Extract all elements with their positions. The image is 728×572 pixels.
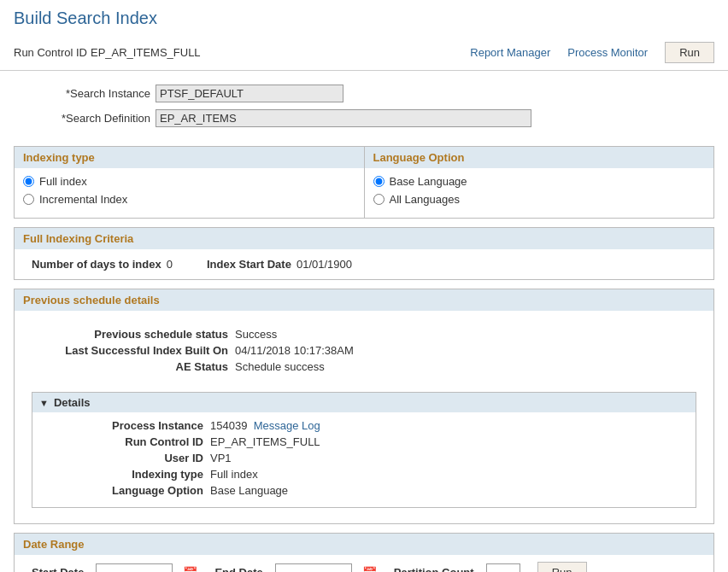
details-language-option-value: Base Language <box>210 484 288 497</box>
partition-count-input[interactable] <box>486 563 520 572</box>
start-date-calendar-icon[interactable]: 📅 <box>183 566 197 573</box>
run-control-value: EP_AR_ITEMS_FULL <box>91 46 201 59</box>
incremental-index-radio[interactable] <box>23 194 34 205</box>
date-range-header: Date Range <box>15 534 713 555</box>
prev-schedule-panel: Previous schedule details Previous sched… <box>14 289 714 524</box>
search-instance-input[interactable] <box>156 85 343 102</box>
process-instance-value: 154039 <box>210 419 247 432</box>
date-range-panel: Date Range Start Date 📅 End Date 📅 Parti… <box>14 533 714 572</box>
run-button[interactable]: Run <box>665 42 714 63</box>
days-to-index-value: 0 <box>167 258 173 271</box>
process-instance-row: Process Instance 154039 Message Log <box>50 419 678 432</box>
details-panel: ▼ Details Process Instance 154039 Messag… <box>32 392 696 508</box>
details-run-control-row: Run Control ID EP_AR_ITEMS_FULL <box>50 435 678 448</box>
all-languages-label: All Languages <box>390 193 460 206</box>
ae-status-value: Schedule success <box>235 360 325 373</box>
index-start-date-value: 01/01/1900 <box>296 258 352 271</box>
report-manager-link[interactable]: Report Manager <box>470 46 550 59</box>
indexing-criteria-row: Number of days to index 0 Index Start Da… <box>15 249 713 279</box>
prev-schedule-status-row: Previous schedule status Success <box>40 328 688 341</box>
details-header-label: Details <box>54 396 91 409</box>
end-date-label: End Date <box>214 566 262 572</box>
base-language-label: Base Language <box>390 175 467 188</box>
base-language-row: Base Language <box>373 175 706 188</box>
user-id-value: VP1 <box>210 452 232 464</box>
details-body: Process Instance 154039 Message Log Run … <box>32 412 696 507</box>
all-languages-row: All Languages <box>373 193 706 206</box>
process-instance-label: Process Instance <box>50 419 203 432</box>
date-range-body: Start Date 📅 End Date 📅 Partition Count … <box>15 555 713 572</box>
run-control-label: Run Control ID <box>14 46 87 59</box>
last-built-label: Last Successful Index Built On <box>40 344 228 357</box>
language-option-panel: Language Option Base Language All Langua… <box>365 146 715 219</box>
form-section: *Search Instance *Search Definition <box>0 81 728 137</box>
incremental-index-label: Incremental Index <box>39 193 127 206</box>
end-date-input[interactable] <box>275 563 352 572</box>
full-indexing-criteria-panel: Full Indexing Criteria Number of days to… <box>14 227 714 280</box>
prev-schedule-body: Previous schedule status Success Last Su… <box>15 311 713 523</box>
end-date-calendar-icon[interactable]: 📅 <box>362 566 377 573</box>
date-range-run-button[interactable]: Run <box>537 562 587 572</box>
partition-count-label: Partition Count <box>394 566 474 572</box>
details-indexing-type-value: Full index <box>210 468 258 481</box>
message-log-link[interactable]: Message Log <box>254 419 320 432</box>
top-bar: Run Control ID EP_AR_ITEMS_FULL Report M… <box>0 35 728 71</box>
search-definition-input[interactable] <box>156 109 531 127</box>
language-option-radio-group: Base Language All Languages <box>365 168 714 218</box>
language-option-header: Language Option <box>365 147 714 168</box>
process-monitor-link[interactable]: Process Monitor <box>567 46 648 59</box>
details-indexing-type-label: Indexing type <box>50 468 203 481</box>
last-built-value: 04/11/2018 10:17:38AM <box>235 344 354 357</box>
index-start-date-label: Index Start Date <box>207 258 291 271</box>
search-instance-label: *Search Instance <box>14 87 150 100</box>
collapse-arrow-icon: ▼ <box>39 398 49 408</box>
start-date-input[interactable] <box>96 563 173 572</box>
details-run-control-value: EP_AR_ITEMS_FULL <box>210 435 320 448</box>
prev-schedule-header: Previous schedule details <box>15 289 713 311</box>
details-language-option-row: Language Option Base Language <box>50 484 678 497</box>
full-index-row: Full index <box>23 175 355 188</box>
incremental-index-row: Incremental Index <box>23 193 355 206</box>
days-to-index-field: Number of days to index 0 <box>32 258 173 271</box>
ae-status-row: AE Status Schedule success <box>40 360 688 373</box>
indexing-type-header: Indexing type <box>15 147 364 168</box>
last-built-row: Last Successful Index Built On 04/11/201… <box>40 344 688 357</box>
details-indexing-type-row: Indexing type Full index <box>50 468 678 481</box>
full-index-label: Full index <box>39 175 87 188</box>
details-language-option-label: Language Option <box>50 484 203 497</box>
indexing-type-panel: Indexing type Full index Incremental Ind… <box>14 146 365 219</box>
full-index-radio[interactable] <box>23 176 34 187</box>
two-col-panels: Indexing type Full index Incremental Ind… <box>14 146 714 219</box>
details-run-control-label: Run Control ID <box>50 435 203 448</box>
prev-schedule-status-value: Success <box>235 328 277 341</box>
details-header[interactable]: ▼ Details <box>32 393 696 412</box>
status-grid: Previous schedule status Success Last Su… <box>23 319 705 385</box>
search-instance-row: *Search Instance <box>14 85 714 102</box>
days-to-index-label: Number of days to index <box>32 258 161 271</box>
user-id-row: User ID VP1 <box>50 452 678 464</box>
ae-status-label: AE Status <box>40 360 228 373</box>
page-title: Build Search Index <box>0 0 728 35</box>
indexing-type-radio-group: Full index Incremental Index <box>15 168 364 218</box>
start-date-label: Start Date <box>32 566 84 572</box>
base-language-radio[interactable] <box>373 176 385 187</box>
search-definition-row: *Search Definition <box>14 109 714 127</box>
full-indexing-criteria-header: Full Indexing Criteria <box>15 228 713 249</box>
prev-schedule-status-label: Previous schedule status <box>40 328 228 341</box>
user-id-label: User ID <box>50 452 203 464</box>
index-start-date-field: Index Start Date 01/01/1900 <box>207 258 352 271</box>
all-languages-radio[interactable] <box>373 194 385 205</box>
search-definition-label: *Search Definition <box>14 112 150 125</box>
